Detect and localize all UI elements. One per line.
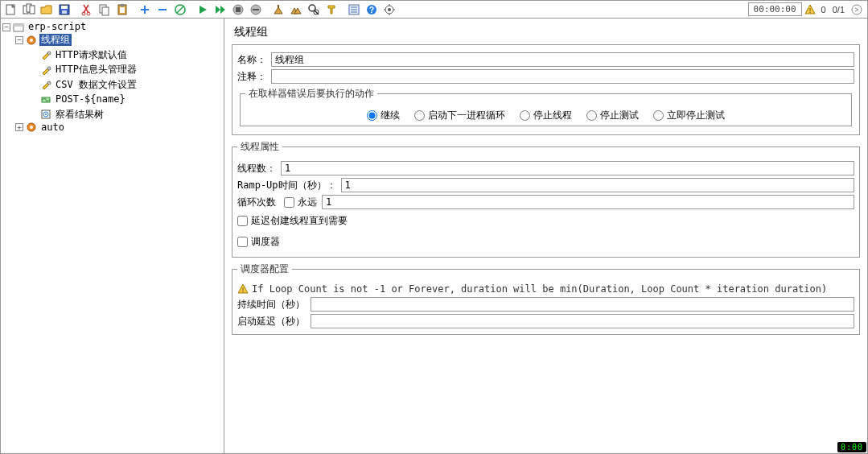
svg-rect-3 (30, 6, 35, 14)
thread-props-legend: 线程属性 (237, 140, 282, 154)
rampup-label: Ramp-Up时间（秒）： (237, 179, 336, 192)
name-input[interactable] (271, 52, 854, 67)
radio-next-loop[interactable]: 启动下一进程循环 (414, 109, 505, 122)
clear-all-icon[interactable] (288, 2, 304, 18)
scheduler-legend: 调度器配置 (237, 262, 292, 276)
svg-rect-18 (278, 5, 279, 8)
tree-threadgroup-label[interactable]: 线程组 (39, 34, 72, 46)
svg-point-37 (47, 67, 51, 70)
start-icon[interactable] (195, 2, 211, 18)
threadgroup-icon (25, 34, 38, 47)
rampup-input[interactable] (341, 178, 854, 192)
expand-icon[interactable] (849, 2, 865, 18)
svg-point-44 (30, 126, 33, 129)
radio-stop-now[interactable]: 立即停止测试 (653, 109, 725, 122)
function-helper-icon[interactable] (346, 2, 362, 18)
copy-icon[interactable] (97, 2, 113, 18)
options-icon[interactable] (381, 2, 397, 18)
delay-create-checkbox[interactable]: 延迟创建线程直到需要 (237, 214, 348, 228)
duration-input[interactable] (311, 297, 854, 312)
basic-fieldset: 名称： 注释： 在取样器错误后要执行的动作 继续 启动下一进程循环 停止线程 停… (232, 44, 860, 135)
editor-panel: 线程组 名称： 注释： 在取样器错误后要执行的动作 继续 启动下一进程循环 停止… (224, 19, 867, 453)
tree-item-label[interactable]: CSV 数据文件设置 (54, 79, 138, 91)
tree-item-label[interactable]: HTTP信息头管理器 (54, 64, 138, 76)
thread-count: 0/1 (833, 5, 845, 14)
stop-icon[interactable] (230, 2, 246, 18)
svg-point-36 (47, 52, 51, 55)
svg-rect-13 (120, 7, 125, 13)
duration-label: 持续时间（秒） (237, 298, 306, 312)
forever-checkbox[interactable]: 永远 (284, 196, 317, 209)
threads-label: 线程数： (237, 162, 276, 175)
open-icon[interactable] (39, 2, 55, 18)
loop-label: 循环次数 (237, 196, 276, 209)
tree-collapse-icon[interactable]: − (15, 36, 23, 44)
svg-rect-33 (14, 24, 23, 27)
svg-point-42 (45, 114, 47, 115)
threads-input[interactable] (281, 161, 854, 175)
warning-icon[interactable]: ! (804, 3, 817, 16)
startup-delay-input[interactable] (311, 314, 854, 328)
svg-point-31 (852, 5, 862, 14)
svg-point-38 (47, 81, 51, 85)
svg-text:?: ? (369, 6, 374, 14)
panel-title: 线程组 (234, 25, 862, 39)
sampler-icon (39, 93, 52, 106)
tree-item-label[interactable]: auto (39, 122, 66, 134)
comment-label: 注释： (237, 70, 266, 84)
reset-search-icon[interactable] (323, 2, 339, 18)
radio-continue[interactable]: 继续 (367, 109, 400, 122)
help-icon[interactable]: ? (364, 2, 380, 18)
tree-item-label[interactable]: 察看结果树 (54, 109, 105, 121)
config-icon (39, 48, 52, 61)
paste-icon[interactable] (114, 2, 130, 18)
templates-icon[interactable] (21, 2, 37, 18)
warning-count: 0 (821, 5, 826, 14)
comment-input[interactable] (271, 69, 854, 84)
shutdown-icon[interactable] (248, 2, 264, 18)
remove-icon[interactable] (154, 2, 171, 18)
save-icon[interactable] (56, 2, 72, 18)
new-icon[interactable] (3, 2, 19, 18)
tree-item-label[interactable]: POST-${name} (54, 93, 127, 105)
testplan-icon (12, 21, 25, 34)
scheduler-note: If Loop Count is not -1 or Forever, dura… (252, 283, 827, 295)
loop-input[interactable] (322, 195, 854, 209)
svg-rect-12 (120, 4, 125, 6)
search-icon[interactable] (306, 2, 322, 18)
thread-props-fieldset: 线程属性 线程数： Ramp-Up时间（秒）： 循环次数 永远 延迟创建线程直到… (232, 140, 860, 258)
add-icon[interactable] (137, 2, 153, 18)
tree-expand-icon[interactable]: + (15, 123, 23, 131)
clear-icon[interactable] (270, 2, 286, 18)
svg-rect-6 (62, 10, 67, 14)
threadgroup-icon (25, 121, 38, 134)
scheduler-checkbox[interactable]: 调度器 (237, 235, 280, 249)
svg-rect-10 (102, 7, 109, 15)
svg-rect-5 (61, 6, 68, 9)
radio-stop-thread[interactable]: 停止线程 (520, 109, 572, 122)
cut-icon[interactable] (79, 2, 95, 18)
remove-stop-icon[interactable] (172, 2, 188, 18)
config-icon (39, 78, 52, 91)
tree-root-label[interactable]: erp-script (27, 21, 88, 33)
scheduler-fieldset: 调度器配置 ! If Loop Count is not -1 or Forev… (232, 262, 860, 335)
start-no-timers-icon[interactable] (212, 2, 228, 18)
name-label: 名称： (237, 53, 266, 67)
elapsed-time: 00:00:00 (748, 2, 802, 16)
toolbar: ? 00:00:00 ! 0 0/1 (1, 1, 867, 19)
svg-rect-16 (236, 7, 241, 12)
listener-icon (39, 108, 52, 121)
svg-text:!: ! (808, 6, 811, 14)
config-icon (39, 64, 52, 76)
tree-item-label[interactable]: HTTP请求默认值 (54, 49, 129, 61)
svg-point-35 (30, 39, 33, 42)
svg-point-25 (388, 8, 391, 11)
on-error-fieldset: 在取样器错误后要执行的动作 继续 启动下一进程循环 停止线程 停止测试 立即停止… (240, 87, 852, 126)
radio-stop-test[interactable]: 停止测试 (586, 109, 639, 122)
footer-clock: 0:00 (837, 442, 866, 452)
startup-delay-label: 启动延迟（秒） (237, 315, 306, 328)
test-plan-tree[interactable]: − erp-script − 线程组 HTTP请求默认值 (1, 19, 224, 453)
tree-collapse-icon[interactable]: − (2, 23, 10, 31)
svg-text:!: ! (242, 286, 245, 294)
warning-icon: ! (237, 283, 249, 295)
